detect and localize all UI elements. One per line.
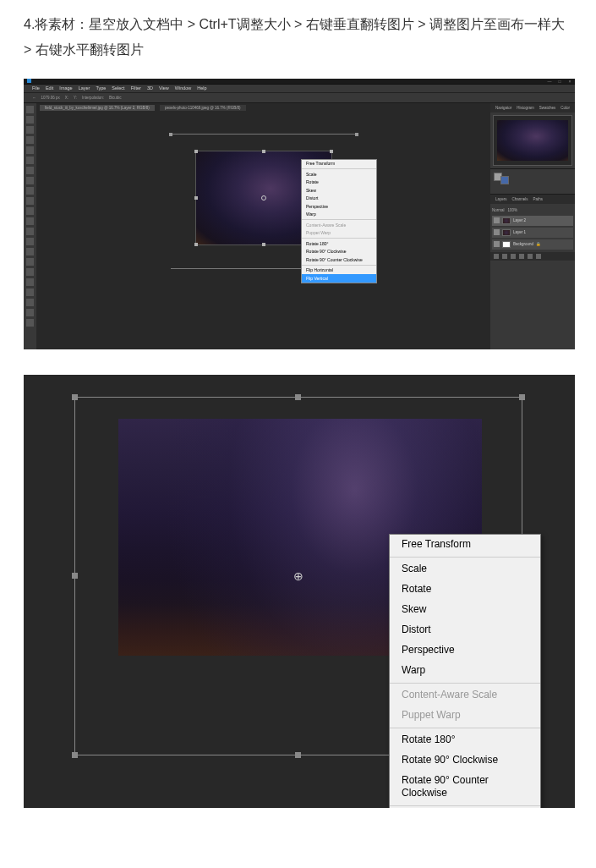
menu-view[interactable]: View <box>159 85 169 91</box>
tool-14[interactable] <box>26 248 34 255</box>
layer-thumbnail[interactable] <box>502 241 511 248</box>
menu-edit[interactable]: Edit <box>46 85 53 91</box>
menuitem-rotate[interactable]: Rotate <box>390 580 540 600</box>
menuitem-free-transform[interactable]: Free Transform <box>302 160 376 168</box>
tool-19[interactable] <box>26 299 34 306</box>
menu-3d[interactable]: 3D <box>147 85 153 91</box>
navigator-panel[interactable] <box>493 115 572 166</box>
doc-tab-1[interactable]: field_stock_iii_by_kuschelirmel.jpg @ 16… <box>40 105 155 111</box>
tab-navigator[interactable]: Navigator <box>495 106 511 110</box>
menu-select[interactable]: Select <box>112 85 124 91</box>
color-panel[interactable] <box>490 168 575 194</box>
menuitem-flip-horizontal[interactable]: Flip Horizontal <box>302 266 376 275</box>
tool-10[interactable] <box>26 207 34 215</box>
layer-thumbnail[interactable] <box>502 217 511 224</box>
adjustment-icon[interactable] <box>511 254 516 259</box>
layer-row-bg[interactable]: Background 🔒 <box>492 239 573 250</box>
layer-row-1[interactable]: Layer 1 <box>492 228 573 238</box>
tool-13[interactable] <box>26 238 34 245</box>
tool-8[interactable] <box>26 187 34 195</box>
visibility-icon[interactable] <box>494 241 500 247</box>
transform-handle-tr[interactable] <box>519 394 525 400</box>
tab-layers[interactable]: Layers <box>495 197 507 201</box>
menuitem-rotate-180-[interactable]: Rotate 180° <box>390 730 540 750</box>
maximize-button[interactable]: □ <box>555 79 565 85</box>
tab-paths[interactable]: Paths <box>533 197 544 201</box>
context-menu-2[interactable]: Free TransformScaleRotateSkewDistortPers… <box>389 534 541 808</box>
options-bar[interactable]: ↔ 1079.06 px X: Y: Interpolation: Bicubi… <box>24 93 575 103</box>
layer-row-2[interactable]: Layer 2 <box>492 216 573 226</box>
tool-17[interactable] <box>26 278 34 286</box>
tool-5[interactable] <box>26 157 34 164</box>
tool-1[interactable] <box>26 116 34 124</box>
blend-mode-dropdown[interactable]: Normal <box>492 208 505 212</box>
layers-tabs[interactable]: Layers Channels Paths <box>490 195 575 204</box>
menu-file[interactable]: File <box>32 85 40 91</box>
tool-9[interactable] <box>26 197 34 205</box>
mask-icon[interactable] <box>502 254 507 259</box>
menuitem-rotate[interactable]: Rotate <box>302 179 376 187</box>
layer-name[interactable]: Layer 2 <box>513 218 526 222</box>
tool-12[interactable] <box>26 228 34 235</box>
tool-16[interactable] <box>26 268 34 276</box>
tool-18[interactable] <box>26 288 34 296</box>
visibility-icon[interactable] <box>494 229 500 235</box>
menu-type[interactable]: Type <box>96 85 106 91</box>
transform-handle-tr[interactable] <box>330 150 333 153</box>
tab-histogram[interactable]: Histogram <box>517 106 534 110</box>
menuitem-rotate-90-counter-clockwise[interactable]: Rotate 90° Counter Clockwise <box>302 255 376 264</box>
menuitem-rotate-180-[interactable]: Rotate 180° <box>302 239 376 248</box>
menubar[interactable]: FileEditImageLayerTypeSelectFilter3DView… <box>24 85 575 93</box>
context-menu-1[interactable]: Free TransformScaleRotateSkewDistortPers… <box>301 159 377 283</box>
menuitem-rotate-90-clockwise[interactable]: Rotate 90° Clockwise <box>302 248 376 256</box>
document-tabs[interactable]: field_stock_iii_by_kuschelirmel.jpg @ 16… <box>36 103 490 113</box>
close-button[interactable]: × <box>565 79 575 85</box>
menuitem-free-transform[interactable]: Free Transform <box>390 535 540 555</box>
transform-handle-ml[interactable] <box>72 573 78 579</box>
menu-image[interactable]: Image <box>59 85 72 91</box>
doc-tab-2[interactable]: pexels-photo-110469.jpeg @ 16.7% (RGB/8) <box>160 105 246 111</box>
menuitem-rotate-90-clockwise[interactable]: Rotate 90° Clockwise <box>390 750 540 771</box>
tool-20[interactable] <box>26 309 34 316</box>
menuitem-distort[interactable]: Distort <box>390 620 540 640</box>
canvas[interactable] <box>36 113 490 349</box>
menuitem-scale[interactable]: Scale <box>302 170 376 179</box>
layer-thumbnail[interactable] <box>502 229 511 236</box>
transform-handle-bl[interactable] <box>72 752 78 758</box>
navigator-tabs[interactable]: Navigator Histogram Swatches Color <box>490 103 575 113</box>
toolbox[interactable] <box>24 103 36 349</box>
group-icon[interactable] <box>519 254 524 259</box>
interp-dropdown[interactable]: Bicubic <box>109 96 122 100</box>
menuitem-warp[interactable]: Warp <box>302 211 376 219</box>
tool-21[interactable] <box>26 319 34 327</box>
tool-2[interactable] <box>26 126 34 134</box>
layer-footer-icons[interactable] <box>490 252 575 261</box>
transform-handle-tm[interactable] <box>295 394 301 400</box>
tab-swatches[interactable]: Swatches <box>539 106 556 110</box>
window-controls[interactable]: — □ × <box>544 79 575 85</box>
tool-15[interactable] <box>26 258 34 266</box>
trash-icon[interactable] <box>536 254 541 259</box>
transform-handle-tm[interactable] <box>262 150 265 153</box>
width-field[interactable]: 1079.06 px <box>41 96 60 100</box>
transform-handle-bm[interactable] <box>262 243 265 246</box>
transform-handle-tl[interactable] <box>72 394 78 400</box>
menuitem-distort[interactable]: Distort <box>302 195 376 203</box>
menu-filter[interactable]: Filter <box>131 85 141 91</box>
tool-11[interactable] <box>26 217 34 225</box>
transform-handle-ml[interactable] <box>194 196 198 200</box>
menuitem-perspective[interactable]: Perspective <box>390 640 540 661</box>
tool-0[interactable] <box>26 106 34 113</box>
layer-name[interactable]: Background <box>513 242 533 246</box>
transform-handle-bl[interactable] <box>194 243 198 246</box>
navigator-thumbnail[interactable] <box>497 120 568 161</box>
transform-handle-tl[interactable] <box>194 150 198 153</box>
transform-handle-bm[interactable] <box>295 752 301 758</box>
menu-layer[interactable]: Layer <box>79 85 90 91</box>
menuitem-rotate-90-counter-clockwise[interactable]: Rotate 90° Counter Clockwise <box>390 771 540 804</box>
menu-window[interactable]: Window <box>175 85 192 91</box>
tool-4[interactable] <box>26 146 34 154</box>
menuitem-skew[interactable]: Skew <box>390 600 540 620</box>
tab-color[interactable]: Color <box>560 106 570 110</box>
menuitem-perspective[interactable]: Perspective <box>302 202 376 211</box>
